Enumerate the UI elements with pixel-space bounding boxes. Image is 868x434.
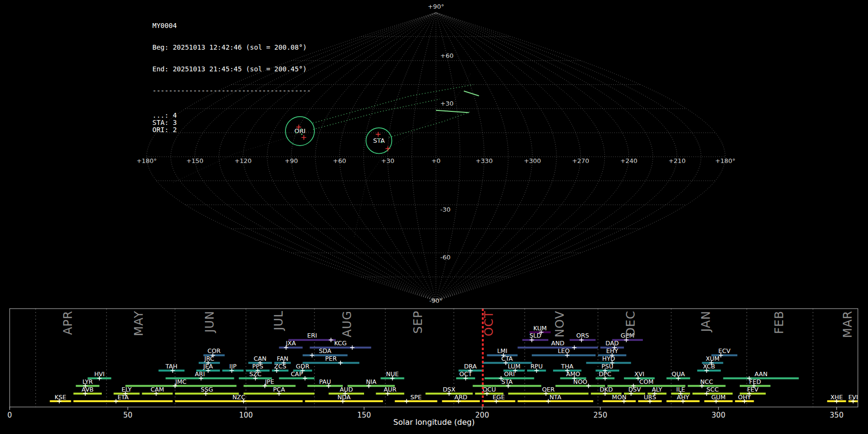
shower-code-label: EVI xyxy=(848,393,858,401)
shower-code-label: PCA xyxy=(273,386,285,393)
shower-code-label: HYD xyxy=(602,355,615,362)
shower-code-label: OCU xyxy=(483,386,496,393)
observation-info: MY0004 Beg: 20251013 12:42:46 (sol = 200… xyxy=(152,8,311,148)
shower-code-label: AUR xyxy=(384,386,397,393)
shower-code-label: STA xyxy=(502,378,513,385)
shower-code-label: HVI xyxy=(94,370,105,378)
shower-code-label: ORI xyxy=(504,370,515,378)
map-lon-label: +0 xyxy=(431,157,440,164)
count-line: ...: 4 xyxy=(152,112,311,119)
shower-code-label: ETA xyxy=(118,393,129,401)
shower-code-label: AHY xyxy=(677,393,690,401)
shower-code-label: LMI xyxy=(497,347,507,354)
shower-code-label: NDA xyxy=(338,393,351,401)
month-label: JUL xyxy=(272,311,285,330)
count-line: STA: 3 xyxy=(152,119,311,126)
month-label: JUN xyxy=(203,311,217,333)
map-lon-label: +60 xyxy=(333,157,346,164)
shower-code-label: JMC xyxy=(175,378,187,385)
shower-code-label: ORS xyxy=(576,332,589,339)
shower-code-label: EHY xyxy=(606,347,618,354)
meteor-trail xyxy=(464,91,479,96)
map-lon-label: +180° xyxy=(136,157,157,164)
shower-code-label: NUE xyxy=(386,370,399,378)
shower-code-label: XUM xyxy=(705,355,719,362)
shower-code-label: DPC xyxy=(599,370,611,378)
shower-code-label: PAU xyxy=(319,378,331,385)
map-lat-label: +30 xyxy=(440,100,453,107)
shower-peak-marker xyxy=(339,361,343,365)
shower-code-label: FAN xyxy=(277,355,288,362)
shower-code-label: SPE xyxy=(410,393,421,401)
shower-code-label: PSU xyxy=(601,363,613,370)
month-label: MAR xyxy=(841,311,854,338)
meteor-trail xyxy=(389,112,470,137)
shower-code-label: DRA xyxy=(464,363,477,370)
map-lon-label: +300 xyxy=(524,157,541,164)
shower-code-label: URS xyxy=(644,393,656,401)
shower-code-label: FEV xyxy=(747,386,759,393)
shower-code-label: DAD xyxy=(606,339,619,347)
shower-code-label: ARI xyxy=(195,370,205,378)
meteor-track xyxy=(354,73,471,237)
shower-peak-marker xyxy=(572,345,577,350)
shower-code-label: KCG xyxy=(334,339,347,347)
shower-code-label: DSX xyxy=(443,386,456,393)
shower-code-label: ECV xyxy=(719,347,731,354)
shower-code-label: OHY xyxy=(738,393,751,401)
meteor-counts: ...: 4STA: 3ORI: 2 xyxy=(152,112,311,134)
shower-code-label: SSG xyxy=(201,386,213,393)
shower-peak-marker xyxy=(350,345,354,350)
shower-code-label: COM xyxy=(639,378,653,385)
shower-code-label: JXA xyxy=(285,339,296,347)
month-label: AUG xyxy=(340,311,354,338)
meteor-marker xyxy=(385,146,390,151)
shower-code-label: THA xyxy=(561,363,574,370)
map-lat-label: +60 xyxy=(440,52,453,59)
shower-code-label: ALY xyxy=(652,386,663,393)
shower-code-label: ZCS xyxy=(274,363,286,370)
count-line: ORI: 2 xyxy=(152,126,311,134)
meteor-trail xyxy=(436,110,469,113)
meteor-marker xyxy=(376,132,380,137)
shower-code-label: DSV xyxy=(628,386,641,393)
separator-line: --------------------------------------- xyxy=(152,87,311,95)
map-lon-label: +180° xyxy=(715,157,735,164)
shower-code-label: CTA xyxy=(501,355,513,362)
begin-time: Beg: 20251013 12:42:46 (sol = 200.08°) xyxy=(152,44,311,51)
shower-code-label: ELY xyxy=(122,386,132,393)
map-lon-label: +210 xyxy=(668,157,686,164)
map-lon-label: +120 xyxy=(234,157,252,164)
shower-peak-marker xyxy=(329,338,333,342)
shower-code-label: OCT xyxy=(459,370,472,378)
shower-code-label: NOO xyxy=(573,378,587,385)
shower-code-label: FED xyxy=(749,378,761,385)
shower-code-label: AVB xyxy=(81,386,94,393)
shower-code-label: CAP xyxy=(291,370,303,378)
shower-code-label: QUA xyxy=(672,370,685,378)
shower-code-label: ILE xyxy=(676,386,685,393)
shower-code-label: PPS xyxy=(252,363,263,370)
shower-peak-marker xyxy=(405,399,409,404)
shower-code-label: SZC xyxy=(249,370,261,378)
radiant-dot xyxy=(379,138,380,140)
shower-code-label: CAN xyxy=(254,355,267,362)
shower-code-label: SLD xyxy=(529,332,542,339)
shower-code-label: XCB xyxy=(703,363,715,370)
month-label: APR xyxy=(61,311,75,335)
shower-code-label: LUM xyxy=(508,363,520,370)
shower-code-label: SDA xyxy=(319,347,331,354)
shower-code-label: EGE xyxy=(492,393,505,401)
shower-code-label: NCC xyxy=(700,378,713,385)
shower-code-label: GUM xyxy=(711,393,726,401)
map-lon-label: +270 xyxy=(572,157,589,164)
shower-peak-marker xyxy=(310,353,314,357)
shower-code-label: ERI xyxy=(307,332,317,339)
shower-code-label: COR xyxy=(207,347,221,354)
end-time: End: 20251013 21:45:45 (sol = 200.45°) xyxy=(152,66,311,73)
shower-code-label: ARD xyxy=(454,393,467,401)
month-label: NOV xyxy=(553,311,567,338)
map-meridian xyxy=(412,13,436,301)
map-pole-label: +90° xyxy=(428,3,444,10)
shower-code-label: SCC xyxy=(706,386,719,393)
